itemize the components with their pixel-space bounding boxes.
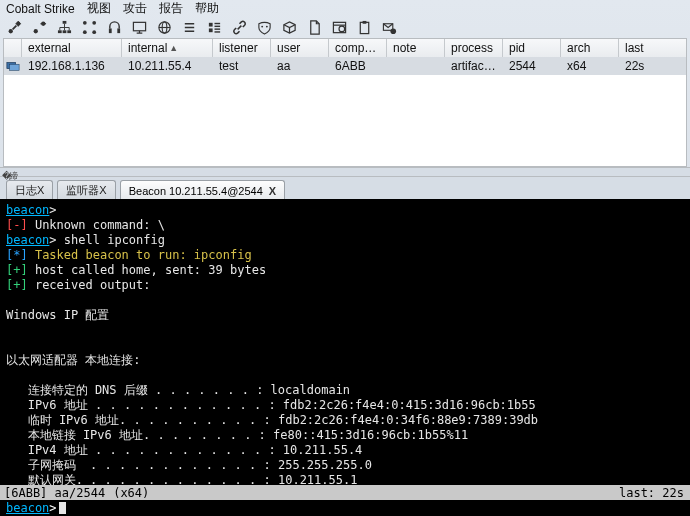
pane-splitter[interactable]: �締 (0, 167, 690, 177)
svg-rect-14 (133, 23, 145, 31)
svg-rect-20 (208, 29, 212, 33)
cell-internal: 10.211.55.4 (122, 57, 213, 75)
svg-point-24 (265, 26, 267, 28)
sort-asc-icon: ▲ (169, 43, 178, 53)
status-arch: (x64) (109, 485, 613, 501)
tab-close-icon[interactable]: X (269, 185, 276, 197)
cursor-icon (59, 502, 66, 514)
col-arch[interactable]: arch (561, 39, 619, 57)
cell-listener: test (213, 57, 271, 75)
svg-point-2 (33, 29, 37, 33)
headset-icon[interactable] (106, 20, 122, 36)
svg-point-30 (390, 29, 396, 35)
clipboard-icon[interactable] (356, 20, 372, 36)
beacon-console[interactable]: beacon> [-] Unknown command: \ beacon> s… (0, 199, 690, 485)
svg-rect-5 (57, 31, 61, 34)
svg-rect-32 (10, 65, 20, 71)
svg-rect-18 (214, 23, 220, 24)
svg-point-0 (8, 29, 12, 33)
svg-rect-4 (62, 21, 66, 24)
status-last: last: 22s (613, 485, 690, 501)
svg-point-26 (339, 26, 345, 32)
svg-rect-6 (62, 31, 66, 34)
console-tag-err: [-] (6, 218, 28, 232)
console-input[interactable]: beacon> (0, 500, 690, 516)
cell-note (387, 57, 445, 75)
package-icon[interactable] (281, 20, 297, 36)
svg-rect-19 (214, 26, 220, 27)
console-tag-ok: [+] (6, 278, 28, 292)
cell-computer: 6ABB (329, 57, 387, 75)
svg-rect-12 (108, 29, 111, 34)
svg-rect-22 (214, 31, 220, 32)
tab-beacon-label: Beacon 10.211.55.4@2544 (129, 185, 263, 197)
svg-rect-28 (362, 21, 366, 24)
list-icon[interactable] (181, 20, 197, 36)
connect-plus-icon[interactable] (6, 20, 22, 36)
mail-bomb-icon[interactable] (381, 20, 397, 36)
menu-report[interactable]: 报告 (159, 0, 183, 17)
menu-view[interactable]: 视图 (87, 0, 111, 17)
col-process[interactable]: process (445, 39, 503, 57)
mask-icon[interactable] (256, 20, 272, 36)
cell-process: artifact… (445, 57, 503, 75)
svg-rect-21 (214, 29, 220, 30)
menu-help[interactable]: 帮助 (195, 0, 219, 17)
cell-last: 22s (619, 57, 669, 75)
col-pid[interactable]: pid (503, 39, 561, 57)
formation-icon[interactable] (56, 20, 72, 36)
tab-beacon-active[interactable]: Beacon 10.211.55.4@2544 X (120, 180, 285, 199)
svg-point-9 (92, 21, 96, 25)
svg-rect-7 (67, 31, 71, 34)
row-beacon-icon (4, 57, 22, 75)
col-listener[interactable]: listener (213, 39, 271, 57)
svg-rect-13 (117, 29, 120, 34)
col-computer[interactable]: comput… (329, 39, 387, 57)
beacon-table: external internal▲ listener user comput…… (3, 38, 687, 167)
col-external[interactable]: external (22, 39, 122, 57)
console-prompt: beacon (6, 501, 49, 515)
console-tag-ok: [+] (6, 263, 28, 277)
bottom-tabs: 日志X 监听器X Beacon 10.211.55.4@2544 X (0, 177, 690, 198)
document-icon[interactable] (306, 20, 322, 36)
cell-user: aa (271, 57, 329, 75)
svg-point-23 (261, 26, 263, 28)
col-last[interactable]: last (619, 39, 669, 57)
console-statusbar: [6ABB] aa/2544 (x64) last: 22s (0, 485, 690, 501)
menu-attack[interactable]: 攻击 (123, 0, 147, 17)
chainlink-icon[interactable] (231, 20, 247, 36)
cell-pid: 2544 (503, 57, 561, 75)
app-root: Cobalt Strike 视图 攻击 报告 帮助 external inter… (0, 0, 690, 516)
vpn-world-icon[interactable] (156, 20, 172, 36)
disconnect-icon[interactable] (31, 20, 47, 36)
cell-external: 192.168.1.136 (22, 57, 122, 75)
toolbar (0, 17, 690, 38)
cell-arch: x64 (561, 57, 619, 75)
screen-icon[interactable] (131, 20, 147, 36)
col-note[interactable]: note (387, 39, 445, 57)
tab-listeners[interactable]: 监听器X (57, 180, 115, 199)
col-icon[interactable] (4, 39, 22, 57)
console-tag-info: [*] (6, 248, 28, 262)
files-icon[interactable] (206, 20, 222, 36)
nodes-icon[interactable] (81, 20, 97, 36)
menu-app[interactable]: Cobalt Strike (6, 2, 75, 16)
table-row[interactable]: 192.168.1.136 10.211.55.4 test aa 6ABB a… (4, 57, 686, 75)
menubar: Cobalt Strike 视图 攻击 报告 帮助 (0, 0, 690, 17)
status-host: [6ABB] aa/2544 (0, 485, 109, 501)
svg-point-10 (82, 31, 86, 35)
svg-rect-27 (360, 23, 368, 34)
svg-point-11 (92, 31, 96, 35)
col-internal[interactable]: internal▲ (122, 39, 213, 57)
window-world-icon[interactable] (331, 20, 347, 36)
console-prompt: beacon (6, 233, 49, 247)
svg-point-8 (82, 21, 86, 25)
svg-rect-17 (208, 23, 212, 27)
col-user[interactable]: user (271, 39, 329, 57)
splitter-handle-icon: �締 (2, 170, 16, 183)
table-header-row: external internal▲ listener user comput…… (4, 39, 686, 57)
console-prompt: beacon (6, 203, 49, 217)
